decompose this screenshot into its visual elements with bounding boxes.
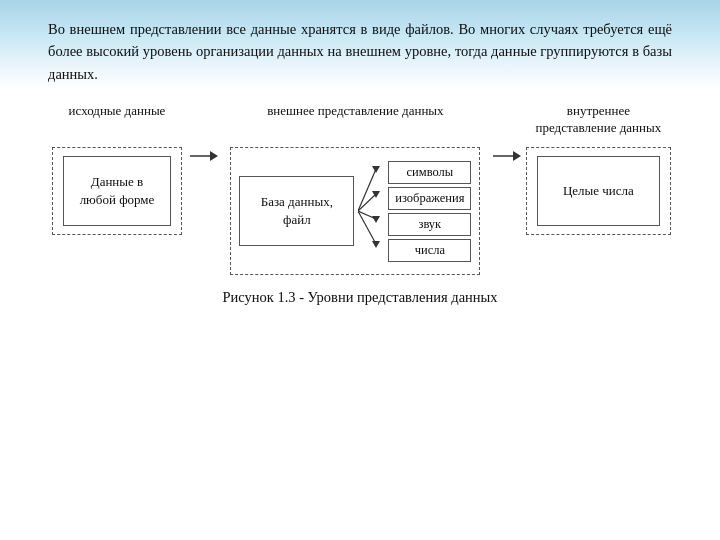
- db-file-box: База данных, файл: [239, 176, 354, 246]
- svg-marker-11: [513, 151, 521, 161]
- svg-line-2: [358, 169, 376, 211]
- svg-marker-7: [372, 216, 380, 223]
- right-dashed-box: Целые числа: [526, 147, 671, 235]
- col-right-header: внутреннее представление данных: [525, 103, 672, 141]
- fan-arrows: [358, 156, 384, 266]
- col-mid-header: внешнее представление данных: [267, 103, 443, 141]
- symbol-box-3: числа: [388, 239, 471, 262]
- col-internal-repr: внутреннее представление данных Целые чи…: [525, 103, 672, 235]
- arrow-left-to-mid: [186, 103, 222, 165]
- mid-dashed-box: База данных, файл: [230, 147, 480, 275]
- arrow-mid-to-right: [489, 103, 525, 165]
- svg-marker-9: [372, 241, 380, 248]
- figure-caption: Рисунок 1.3 - Уровни представления данны…: [48, 289, 672, 306]
- source-data-box: Данные в любой форме: [63, 156, 171, 226]
- svg-line-4: [358, 194, 376, 211]
- symbol-boxes-list: символы изображения звук числа: [388, 161, 471, 262]
- symbol-box-1: изображения: [388, 187, 471, 210]
- internal-repr-box: Целые числа: [537, 156, 660, 226]
- svg-marker-1: [210, 151, 218, 161]
- symbol-box-2: звук: [388, 213, 471, 236]
- intro-paragraph: Во внешнем представлении все данные хран…: [48, 18, 672, 85]
- symbol-box-0: символы: [388, 161, 471, 184]
- left-dashed-box: Данные в любой форме: [52, 147, 182, 235]
- svg-line-8: [358, 211, 376, 244]
- col-source-data: исходные данные Данные в любой форме: [48, 103, 186, 235]
- diagram: исходные данные Данные в любой форме вне…: [48, 103, 672, 275]
- svg-marker-3: [372, 166, 380, 173]
- col-external-repr: внешнее представление данных База данных…: [222, 103, 489, 275]
- col-left-header: исходные данные: [69, 103, 166, 141]
- mid-inner-layout: База данных, файл: [239, 156, 471, 266]
